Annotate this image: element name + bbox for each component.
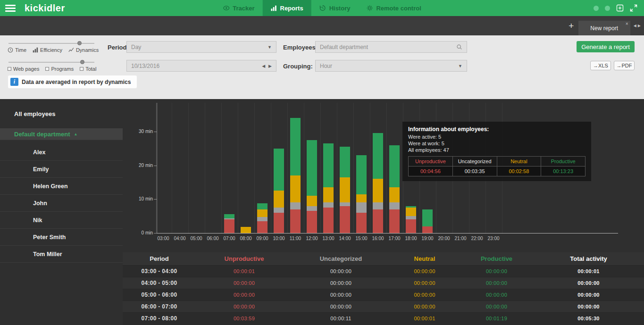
- bar-10:00[interactable]: [274, 149, 284, 233]
- tooltip-table: UnproductiveUncategorizedNeutralProducti…: [408, 156, 585, 176]
- bar-17:00[interactable]: [389, 145, 400, 233]
- nav-reports[interactable]: Reports: [263, 0, 311, 16]
- nav-history[interactable]: History: [311, 0, 359, 16]
- bar-segment-unproductive: [323, 208, 334, 233]
- report-tab-bar: + New report × ◀ ▶: [0, 16, 644, 35]
- dynamics-icon: [68, 47, 74, 53]
- close-tab-icon[interactable]: ×: [626, 21, 628, 26]
- gridline: [172, 103, 172, 233]
- prev-day-icon[interactable]: ◀: [262, 64, 265, 68]
- x-axis-label: 16:00: [370, 236, 386, 241]
- bar-08:00[interactable]: [241, 227, 251, 233]
- table-cell: 00:00:00: [389, 289, 460, 300]
- period-select[interactable]: Day ▼: [126, 41, 276, 53]
- tab-scroll-arrows: ◀ ▶: [630, 16, 644, 35]
- view-mode-time[interactable]: Time: [8, 47, 26, 53]
- sidebar-all-employees[interactable]: All employees: [0, 99, 123, 128]
- nav-remote-control[interactable]: Remote control: [358, 0, 429, 16]
- tooltip-col-unproductive: Unproductive: [409, 157, 453, 167]
- bar-segment-unproductive: [257, 221, 268, 233]
- next-day-icon[interactable]: ▶: [268, 64, 272, 68]
- fullscreen-icon[interactable]: [630, 4, 637, 12]
- bar-15:00[interactable]: [356, 155, 367, 233]
- table-cell: 00:03:59: [196, 312, 293, 324]
- bar-16:00[interactable]: [373, 133, 383, 233]
- report-col-period: Period: [123, 252, 196, 265]
- y-tick-label: 20 min: [131, 163, 153, 168]
- tab-scroll-left-icon[interactable]: ◀: [634, 24, 636, 28]
- tooltip-value-uncategorized: 00:03:35: [453, 167, 497, 176]
- status-dot-icon[interactable]: [594, 6, 599, 11]
- bar-09:00[interactable]: [257, 203, 268, 233]
- sidebar-employee-nik[interactable]: Nik: [0, 212, 123, 229]
- report-type-knob[interactable]: [80, 60, 84, 64]
- y-tick-label: 0 min: [131, 230, 153, 235]
- date-field[interactable]: 10/13/2016 ◀ ▶: [126, 60, 276, 72]
- export-xls-button[interactable]: →XLS: [590, 61, 611, 70]
- report-type-web-pages[interactable]: Web pages: [8, 66, 39, 72]
- report-type-programs[interactable]: Programs: [45, 66, 74, 72]
- add-report-tab-button[interactable]: +: [564, 16, 578, 35]
- table-cell: 00:00:00: [389, 277, 460, 289]
- y-tick-label: 10 min: [131, 196, 153, 201]
- report-type-label: Programs: [51, 66, 74, 72]
- table-cell: 00:00:00: [196, 300, 293, 312]
- nav-label: Remote control: [376, 5, 421, 12]
- view-mode-knob[interactable]: [77, 41, 82, 45]
- bar-18:00[interactable]: [406, 206, 416, 233]
- table-row: 04:00 - 05:0000:00:0000:00:0000:00:0000:…: [123, 277, 644, 289]
- table-cell: 00:00:00: [460, 289, 533, 300]
- sidebar-employee-peter-smith[interactable]: Peter Smith: [0, 229, 123, 246]
- add-window-icon[interactable]: [616, 4, 624, 12]
- gridline: [155, 103, 156, 233]
- y-axis-line: [157, 103, 157, 233]
- employee-list: AlexEmilyHelen GreenJohnNikPeter SmithTo…: [0, 144, 123, 263]
- export-pdf-button[interactable]: →PDF: [614, 61, 635, 70]
- bar-11:00[interactable]: [290, 118, 301, 233]
- bar-13:00[interactable]: [323, 143, 334, 233]
- nav-tracker[interactable]: Tracker: [215, 0, 262, 16]
- status-dot-icon[interactable]: [605, 6, 610, 11]
- sidebar-employee-emily[interactable]: Emily: [0, 161, 123, 178]
- bar-segment-productive: [356, 155, 367, 194]
- x-axis-label: 21:00: [452, 236, 468, 241]
- table-cell: 00:00:11: [293, 312, 389, 324]
- bar-segment-unproductive: [340, 206, 350, 233]
- bar-07:00[interactable]: [224, 214, 234, 233]
- bar-segment-uncategorized: [290, 202, 301, 209]
- sidebar-department[interactable]: Default department ▲: [0, 128, 123, 140]
- tab-new-report[interactable]: New report ×: [578, 21, 630, 35]
- bar-14:00[interactable]: [340, 147, 350, 233]
- menu-icon[interactable]: [0, 0, 21, 16]
- view-mode-efficiency[interactable]: Efficiency: [33, 47, 62, 53]
- sidebar-employee-john[interactable]: John: [0, 195, 123, 212]
- view-mode-dynamics[interactable]: Dynamics: [68, 47, 99, 53]
- grouping-select[interactable]: Hour ▼: [315, 60, 467, 72]
- nav-label: History: [329, 5, 351, 12]
- report-type-total[interactable]: Total: [80, 66, 96, 72]
- employees-search-input[interactable]: Default department: [315, 41, 467, 53]
- tab-scroll-right-icon[interactable]: ▶: [638, 24, 641, 28]
- table-cell: 00:05:30: [533, 312, 644, 324]
- sidebar-employee-tom-miller[interactable]: Tom Miller: [0, 246, 123, 263]
- bar-segment-uncategorized: [257, 217, 268, 221]
- period-value: Day: [131, 44, 141, 50]
- table-cell: 00:00:00: [533, 277, 644, 289]
- table-row: 03:00 - 04:0000:00:0100:00:0000:00:0000:…: [123, 265, 644, 277]
- sidebar-employee-alex[interactable]: Alex: [0, 144, 123, 161]
- bar-19:00[interactable]: [422, 209, 433, 233]
- report-table-head-row: PeriodUnproductiveUncategorizedNeutralPr…: [123, 252, 644, 265]
- top-bar: kickidler TrackerReportsHistoryRemote co…: [0, 0, 644, 16]
- bar-segment-uncategorized: [356, 202, 367, 213]
- table-cell: 04:00 - 05:00: [123, 277, 196, 289]
- bar-segment-neutral: [241, 227, 251, 233]
- bar-segment-productive: [224, 214, 234, 218]
- tooltip-value-neutral: 00:02:58: [497, 167, 542, 176]
- report-col-unproductive: Unproductive: [196, 252, 293, 265]
- x-axis-label: 05:00: [188, 236, 204, 241]
- table-cell: 00:00:01: [389, 312, 460, 324]
- tooltip-col-productive: Productive: [541, 157, 585, 167]
- bar-12:00[interactable]: [307, 140, 317, 233]
- generate-report-button[interactable]: Generate a report: [577, 41, 635, 52]
- sidebar-employee-helen-green[interactable]: Helen Green: [0, 178, 123, 195]
